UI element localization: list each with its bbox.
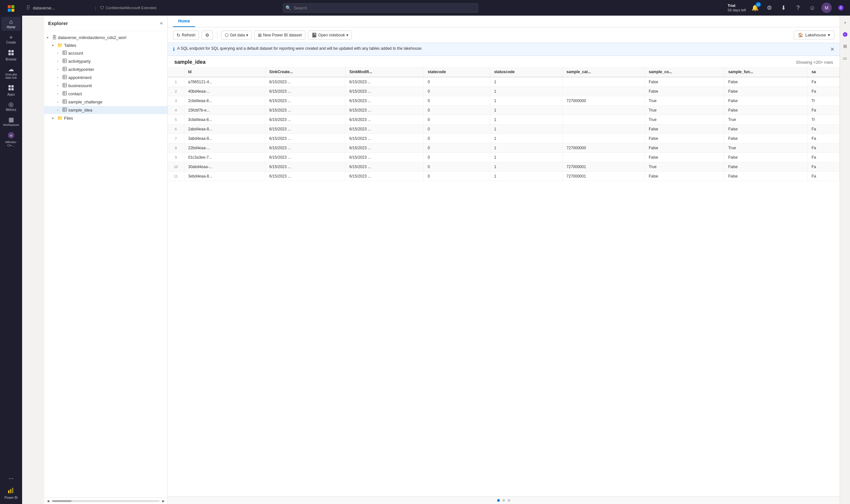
data-container[interactable]: sample_idea Showing <20> rows Id SinkCre… [168,56,839,496]
tree-table-activitypointer[interactable]: › activitypointer [44,65,167,73]
close-banner-button[interactable]: ✕ [830,46,834,52]
layout-right-icon[interactable]: ⊞ [840,42,850,51]
cell-sinkcreate: 6/15/2023 ... [265,77,345,87]
feedback-button[interactable]: ☺ [807,3,817,13]
fabric-icon-btn[interactable]: F [836,3,846,13]
get-data-chevron: ▾ [246,33,248,37]
chevron-down-icon: ▾ [47,36,51,39]
toolbar: ↻ Refresh ⚙ ⬡ Get data ▾ ⊞ New Power BI … [168,27,839,43]
sidebar-item-more[interactable]: ··· [1,473,21,483]
cell-statecode: 0 [424,115,490,125]
new-dataset-button[interactable]: ⊞ New Power BI dataset [254,31,305,40]
sidebar-item-apps[interactable]: Apps [1,83,21,98]
cell-sinkmodify: 6/15/2023 ... [345,96,424,106]
cell-statecode: 0 [424,125,490,134]
grid-right-icon[interactable]: ⚏ [840,53,850,62]
content-area: Home ↻ Refresh ⚙ ⬡ Get data ▾ ⊞ New Powe… [168,16,839,504]
col-samplefun[interactable]: sample_fun... [724,67,808,77]
search-input[interactable] [283,3,478,13]
lakehouse-selector[interactable]: 🏠 Lakehouse ▾ [794,31,834,39]
col-statecode[interactable]: statecode [424,67,490,77]
cell-sa: Tr [808,115,839,125]
open-notebook-button[interactable]: 📓 Open notebook ▾ [308,31,352,40]
tree-table-appointment[interactable]: › appointment [44,73,167,82]
horizontal-scrollbar[interactable] [52,500,160,502]
sidebar-item-milindav[interactable]: M Milindav-CA-... [1,130,21,149]
table-icon [62,50,67,56]
col-num[interactable] [168,67,184,77]
cell-statecode: 0 [424,134,490,143]
collapse-button[interactable]: « [159,19,164,27]
help-button[interactable]: ? [793,3,803,13]
tree-tables-group[interactable]: ▾ 📁 Tables [44,41,167,49]
tree-table-businessunit[interactable]: › businessunit [44,82,167,90]
page-dot-2[interactable] [502,499,505,502]
cell-statuscode: 1 [490,125,563,134]
table-activityparty-label: activityparty [68,59,91,64]
apps-icon [8,85,14,92]
tree-table-activityparty[interactable]: › activityparty [44,57,167,65]
get-data-button[interactable]: ⬡ Get data ▾ [221,31,252,40]
tables-label: Tables [64,43,76,48]
scroll-left-arrow[interactable]: ◀ [47,499,50,503]
sidebar-item-browse[interactable]: Browse [1,48,21,63]
cell-samplecat: 727000000 [563,143,645,153]
settings-toolbar-button[interactable]: ⚙ [202,31,213,40]
cell-num: 8 [168,143,184,153]
apps-grid-icon[interactable]: ⠿ [26,4,30,12]
col-statuscode[interactable]: statuscode [490,67,563,77]
tree-files-group[interactable]: ▾ 📁 Files [44,114,167,122]
svg-rect-35 [63,83,67,87]
tab-home[interactable]: Home [173,16,195,27]
cell-num: 5 [168,115,184,125]
col-sinkmodify[interactable]: SinkModifi... [345,67,424,77]
notifications-button[interactable]: 🔔 10 [750,3,760,13]
cell-num: 10 [168,162,184,172]
col-id[interactable]: Id [184,67,265,77]
folder-icon: 📁 [57,42,63,48]
app-logo[interactable] [5,3,17,14]
cell-sampleco: False [645,153,724,162]
tree-table-contact[interactable]: › contact [44,90,167,98]
sidebar-item-workspaces[interactable]: ▦ Workspaces [1,115,21,128]
cell-id: 30abd4eaa-... [184,162,265,172]
cell-sa: Fa [808,172,839,181]
search-bar: 🔍 [283,3,478,13]
cell-sa: Fa [808,77,839,87]
download-button[interactable]: ⬇ [778,3,789,13]
explorer-tree: ▾ 🗄 dataverse_milindavdemo_cds2_worl ▾ 📁… [44,31,167,498]
db-name: dataverse_milindavdemo_cds2_worl [58,35,126,40]
fabric-right-icon[interactable]: F [840,30,850,39]
svg-rect-2 [8,9,11,12]
cell-sinkcreate: 6/15/2023 ... [265,115,345,125]
col-sampleco[interactable]: sample_co... [645,67,724,77]
sidebar-item-powerbi[interactable]: Power BI [1,485,21,501]
tree-db-root[interactable]: ▾ 🗄 dataverse_milindavdemo_cds2_worl [44,34,167,41]
sidebar-item-metrics[interactable]: ◎ Metrics [1,100,21,113]
cell-sa: Fa [808,134,839,143]
cell-num: 2 [168,87,184,96]
sidebar-item-home[interactable]: ⌂ Home [1,17,21,31]
scroll-right-arrow[interactable]: ▶ [162,499,165,503]
home-icon: ⌂ [10,19,13,25]
table-row: 5 3cbd4eaa-8... 6/15/2023 ... 6/15/2023 … [168,115,839,125]
tree-table-sample-challenge[interactable]: › sample_challenge [44,98,167,106]
tree-table-sample-idea[interactable]: › sample_idea [44,106,167,114]
cell-sinkcreate: 6/15/2023 ... [265,125,345,134]
topbar-app-name[interactable]: dataverse... [33,5,55,11]
sidebar-item-onelake[interactable]: ☁ OneLake data hub [1,65,21,81]
page-dot-3[interactable] [508,499,510,502]
chevron-right-icon: › [57,92,61,95]
col-sinkcreate[interactable]: SinkCreate... [265,67,345,77]
svg-rect-23 [63,59,67,63]
settings-button[interactable]: ⚙ [764,3,775,13]
sidebar-item-create[interactable]: ＋ Create [1,32,21,46]
col-samplecat[interactable]: sample_cat... [563,67,645,77]
workspace-specific-icon: M [7,132,15,140]
page-dot-1[interactable] [497,499,500,502]
user-avatar[interactable]: M [821,3,832,13]
add-right-panel-button[interactable]: ＋ [840,18,850,27]
col-sa[interactable]: sa [808,67,839,77]
tree-table-account[interactable]: › account [44,49,167,57]
refresh-button[interactable]: ↻ Refresh [173,31,199,40]
